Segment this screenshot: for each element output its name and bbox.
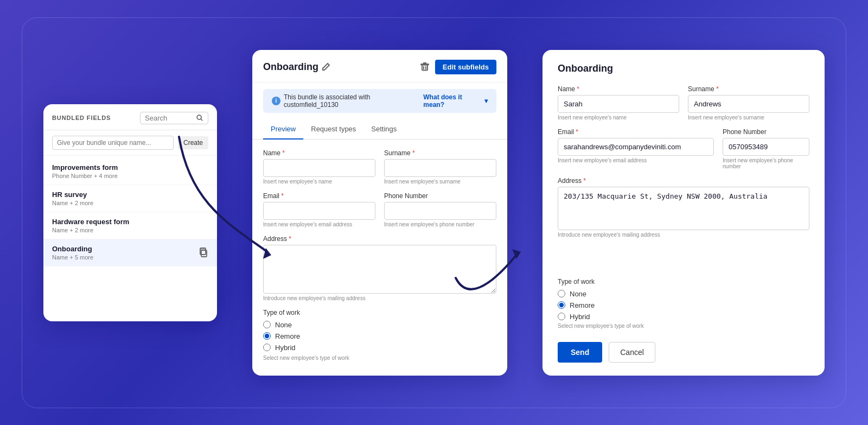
radio-remore-label: Remore — [275, 332, 300, 340]
search-box[interactable] — [140, 112, 208, 124]
radio-hybrid[interactable]: Hybrid — [263, 344, 496, 352]
type-of-work-group: Type of work None Remore Hybrid S — [263, 309, 496, 361]
bundle-name-input[interactable] — [52, 136, 174, 150]
right-address-label: Address * — [558, 177, 809, 185]
name-input[interactable] — [263, 159, 375, 177]
tab-settings[interactable]: Settings — [363, 119, 404, 139]
radio-none[interactable]: None — [263, 321, 496, 329]
right-address-hint: Introduce new employee's mailing address — [558, 232, 809, 238]
list-item-active[interactable]: Onboarding Name + 5 more — [43, 239, 217, 267]
middle-form-body: Name * Insert new employee's name Surnam… — [252, 139, 507, 376]
info-banner-left: i This bundle is associated with customf… — [272, 93, 423, 109]
radio-hybrid-input[interactable] — [263, 344, 271, 351]
right-name-label: Name * — [558, 85, 679, 93]
radio-remore-input[interactable] — [263, 332, 271, 340]
cancel-button[interactable]: Cancel — [609, 342, 655, 363]
bundle-item-subtitle: Name + 2 more — [52, 200, 208, 206]
info-icon: i — [272, 97, 280, 105]
edit-subfields-button[interactable]: Edit subfields — [435, 60, 496, 74]
bundle-name-row: Create — [43, 130, 217, 156]
radio-hybrid-label: Hybrid — [275, 344, 296, 352]
right-radio-hybrid-label: Hybrid — [570, 313, 590, 321]
copy-icon[interactable] — [199, 248, 208, 257]
phone-input[interactable] — [384, 202, 496, 220]
list-item[interactable]: Improvements form Phone Number + 4 more — [43, 158, 217, 185]
right-surname-label: Surname * — [688, 85, 809, 93]
action-buttons: Send Cancel — [558, 342, 809, 363]
bundle-item-subtitle: Name + 5 more — [52, 254, 93, 261]
tab-request-types[interactable]: Request types — [303, 119, 363, 139]
right-radio-hybrid-input[interactable] — [558, 313, 565, 320]
list-item[interactable]: HR survey Name + 2 more — [43, 185, 217, 212]
right-name-surname-row: Name * Insert new employee's name Surnam… — [558, 85, 809, 120]
right-name-group: Name * Insert new employee's name — [558, 85, 679, 120]
right-email-group: Email * Insert new employee's email addr… — [558, 128, 714, 169]
bundle-item-title: Hardware request form — [52, 218, 208, 226]
list-item[interactable]: Hardware request form Name + 2 more — [43, 212, 217, 239]
right-phone-hint: Insert new employee's phone number — [723, 157, 809, 169]
email-phone-row: Email * Insert new employee's email addr… — [263, 192, 496, 227]
edit-icon[interactable] — [322, 62, 330, 71]
send-button[interactable]: Send — [558, 342, 602, 363]
name-label: Name * — [263, 149, 375, 157]
address-group: Address * Introduce new employee's maili… — [263, 235, 496, 301]
address-hint: Introduce new employee's mailing address — [263, 295, 496, 301]
right-name-hint: Insert new employee's name — [558, 115, 679, 120]
radio-none-label: None — [275, 321, 292, 329]
phone-group: Phone Number Insert new employee's phone… — [384, 192, 496, 227]
right-radio-hybrid[interactable]: Hybrid — [558, 313, 809, 321]
right-panel-title: Onboarding — [558, 63, 809, 74]
middle-header-actions: Edit subfields — [420, 60, 496, 74]
right-radio-remore[interactable]: Remore — [558, 301, 809, 309]
middle-header: Onboarding Edit subfields — [252, 50, 507, 83]
bundled-fields-label: BUNDLED FIELDS — [52, 115, 111, 121]
search-input[interactable] — [145, 114, 194, 122]
address-textarea[interactable] — [263, 245, 496, 294]
info-banner: i This bundle is associated with customf… — [263, 89, 496, 113]
onboarding-title-row: Onboarding — [263, 61, 330, 73]
right-phone-input[interactable] — [723, 138, 809, 156]
svg-rect-7 — [422, 65, 427, 71]
bundle-item-title: Improvements form — [52, 163, 208, 172]
surname-group: Surname * Insert new employee's surname — [384, 149, 496, 185]
tab-preview[interactable]: Preview — [263, 119, 303, 139]
svg-marker-5 — [512, 249, 521, 259]
right-phone-group: Phone Number Insert new employee's phone… — [723, 128, 809, 169]
surname-input[interactable] — [384, 159, 496, 177]
bundle-item-subtitle: Phone Number + 4 more — [52, 173, 208, 179]
right-surname-input[interactable] — [688, 95, 809, 113]
right-type-work-group: Type of work None Remore Hybrid Select n… — [558, 278, 809, 329]
svg-point-0 — [197, 115, 201, 119]
radio-remore[interactable]: Remore — [263, 332, 496, 340]
right-address-group: Address * 203/135 Macquarie St, Sydney N… — [558, 177, 809, 265]
email-group: Email * Insert new employee's email addr… — [263, 192, 375, 227]
right-radio-none[interactable]: None — [558, 290, 809, 298]
type-work-hint: Select new employee's type of work — [263, 355, 496, 361]
right-radio-remore-input[interactable] — [558, 301, 565, 309]
right-name-input[interactable] — [558, 95, 679, 113]
right-radio-none-input[interactable] — [558, 290, 565, 297]
email-hint: Insert new employee's email address — [263, 221, 375, 227]
create-button[interactable]: Create — [178, 136, 208, 149]
name-hint: Insert new employee's name — [263, 179, 375, 185]
email-label: Email * — [263, 192, 375, 200]
name-group: Name * Insert new employee's name — [263, 149, 375, 185]
right-surname-hint: Insert new employee's surname — [688, 115, 809, 120]
what-means-link[interactable]: What does it mean? ▾ — [423, 93, 488, 109]
email-input[interactable] — [263, 202, 375, 220]
right-email-hint: Insert new employee's email address — [558, 157, 714, 163]
info-text: This bundle is associated with customfie… — [284, 93, 423, 109]
scene: BUNDLED FIELDS Create Improvements form … — [22, 17, 846, 408]
bundle-list: Improvements form Phone Number + 4 more … — [43, 156, 217, 269]
phone-label: Phone Number — [384, 192, 496, 200]
left-panel-header: BUNDLED FIELDS — [43, 104, 217, 130]
search-icon — [196, 114, 203, 122]
bundle-item-subtitle: Name + 2 more — [52, 227, 208, 233]
middle-panel-title: Onboarding — [263, 61, 318, 73]
trash-icon[interactable] — [420, 62, 430, 72]
right-email-input[interactable] — [558, 138, 714, 156]
right-address-textarea[interactable]: 203/135 Macquarie St, Sydney NSW 2000, A… — [558, 187, 809, 230]
svg-line-1 — [201, 119, 202, 120]
right-radio-remore-label: Remore — [570, 301, 595, 309]
radio-none-input[interactable] — [263, 321, 271, 328]
